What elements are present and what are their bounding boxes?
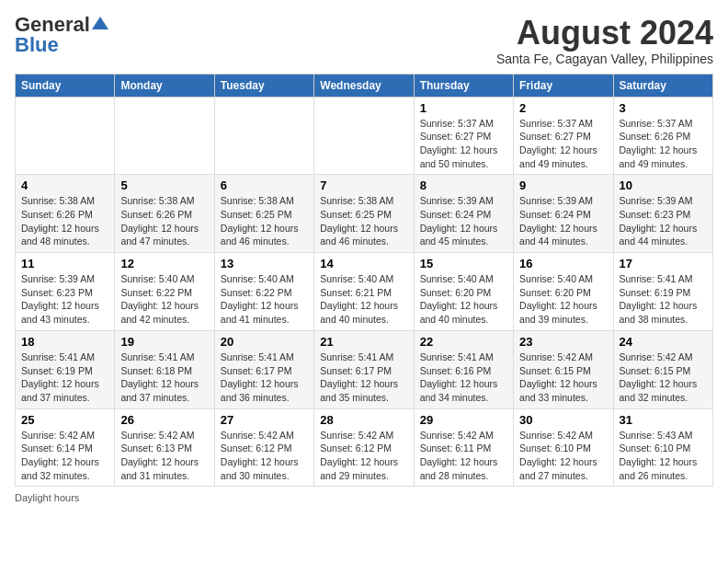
day-number: 23 <box>519 335 607 349</box>
day-info: Sunrise: 5:41 AM Sunset: 6:19 PM Dayligh… <box>21 350 108 405</box>
header-cell-saturday: Saturday <box>613 74 712 97</box>
header-cell-thursday: Thursday <box>414 74 513 97</box>
day-number: 1 <box>420 101 507 115</box>
day-number: 18 <box>21 335 108 349</box>
day-cell: 8Sunrise: 5:39 AM Sunset: 6:24 PM Daylig… <box>414 175 513 253</box>
day-number: 28 <box>320 413 407 427</box>
day-cell: 16Sunrise: 5:40 AM Sunset: 6:20 PM Dayli… <box>514 253 613 331</box>
day-number: 2 <box>519 101 607 115</box>
day-info: Sunrise: 5:40 AM Sunset: 6:22 PM Dayligh… <box>221 272 308 327</box>
day-number: 10 <box>620 178 707 192</box>
day-cell: 22Sunrise: 5:41 AM Sunset: 6:16 PM Dayli… <box>414 330 513 408</box>
day-number: 16 <box>519 257 607 270</box>
logo: General Blue <box>15 15 108 55</box>
day-cell: 7Sunrise: 5:38 AM Sunset: 6:25 PM Daylig… <box>314 175 414 253</box>
day-info: Sunrise: 5:40 AM Sunset: 6:20 PM Dayligh… <box>519 272 607 327</box>
day-info: Sunrise: 5:39 AM Sunset: 6:24 PM Dayligh… <box>519 194 607 248</box>
day-number: 9 <box>519 178 607 192</box>
day-number: 29 <box>420 413 507 427</box>
day-number: 21 <box>320 335 407 349</box>
week-row-3: 11Sunrise: 5:39 AM Sunset: 6:23 PM Dayli… <box>16 253 713 331</box>
day-cell: 26Sunrise: 5:42 AM Sunset: 6:13 PM Dayli… <box>115 408 214 487</box>
day-info: Sunrise: 5:42 AM Sunset: 6:12 PM Dayligh… <box>320 429 407 483</box>
page-header: General Blue August 2024 Santa Fe, Cagay… <box>15 15 713 66</box>
day-cell: 13Sunrise: 5:40 AM Sunset: 6:22 PM Dayli… <box>214 253 313 331</box>
day-cell: 9Sunrise: 5:39 AM Sunset: 6:24 PM Daylig… <box>514 175 613 253</box>
week-row-1: 1Sunrise: 5:37 AM Sunset: 6:27 PM Daylig… <box>16 97 713 175</box>
day-info: Sunrise: 5:39 AM Sunset: 6:23 PM Dayligh… <box>620 194 707 248</box>
header-cell-tuesday: Tuesday <box>214 74 313 97</box>
day-cell: 11Sunrise: 5:39 AM Sunset: 6:23 PM Dayli… <box>16 253 115 331</box>
day-cell: 27Sunrise: 5:42 AM Sunset: 6:12 PM Dayli… <box>214 408 313 487</box>
day-number: 3 <box>620 101 707 115</box>
day-cell: 25Sunrise: 5:42 AM Sunset: 6:14 PM Dayli… <box>16 408 115 487</box>
week-row-4: 18Sunrise: 5:41 AM Sunset: 6:19 PM Dayli… <box>16 330 713 408</box>
header-row: SundayMondayTuesdayWednesdayThursdayFrid… <box>16 74 713 97</box>
day-number: 8 <box>420 178 507 192</box>
week-row-5: 25Sunrise: 5:42 AM Sunset: 6:14 PM Dayli… <box>16 408 713 487</box>
day-info: Sunrise: 5:38 AM Sunset: 6:25 PM Dayligh… <box>221 194 308 248</box>
day-info: Sunrise: 5:38 AM Sunset: 6:26 PM Dayligh… <box>120 194 208 248</box>
day-cell: 19Sunrise: 5:41 AM Sunset: 6:18 PM Dayli… <box>115 330 214 408</box>
day-number: 11 <box>21 257 108 270</box>
day-number: 17 <box>620 257 707 270</box>
day-cell: 28Sunrise: 5:42 AM Sunset: 6:12 PM Dayli… <box>314 408 414 487</box>
title-block: August 2024 Santa Fe, Cagayan Valley, Ph… <box>496 15 713 66</box>
day-info: Sunrise: 5:39 AM Sunset: 6:23 PM Dayligh… <box>21 272 108 327</box>
day-cell <box>314 97 414 175</box>
day-info: Sunrise: 5:37 AM Sunset: 6:26 PM Dayligh… <box>620 117 707 171</box>
day-cell: 31Sunrise: 5:43 AM Sunset: 6:10 PM Dayli… <box>613 408 712 487</box>
day-info: Sunrise: 5:42 AM Sunset: 6:11 PM Dayligh… <box>420 429 507 483</box>
day-cell: 14Sunrise: 5:40 AM Sunset: 6:21 PM Dayli… <box>314 253 414 331</box>
day-info: Sunrise: 5:37 AM Sunset: 6:27 PM Dayligh… <box>420 117 507 171</box>
calendar-header: SundayMondayTuesdayWednesdayThursdayFrid… <box>16 74 713 97</box>
day-number: 20 <box>221 335 308 349</box>
day-info: Sunrise: 5:37 AM Sunset: 6:27 PM Dayligh… <box>519 117 607 171</box>
day-number: 25 <box>21 413 108 427</box>
day-number: 5 <box>120 178 208 192</box>
day-number: 22 <box>420 335 507 349</box>
day-info: Sunrise: 5:38 AM Sunset: 6:26 PM Dayligh… <box>21 194 108 248</box>
day-cell: 6Sunrise: 5:38 AM Sunset: 6:25 PM Daylig… <box>214 175 313 253</box>
day-number: 12 <box>120 257 208 270</box>
day-info: Sunrise: 5:42 AM Sunset: 6:10 PM Dayligh… <box>519 429 607 483</box>
day-number: 6 <box>221 178 308 192</box>
day-cell: 5Sunrise: 5:38 AM Sunset: 6:26 PM Daylig… <box>115 175 214 253</box>
logo-blue-text: Blue <box>15 33 59 56</box>
svg-marker-0 <box>92 17 108 29</box>
day-cell: 29Sunrise: 5:42 AM Sunset: 6:11 PM Dayli… <box>414 408 513 487</box>
day-number: 19 <box>120 335 208 349</box>
day-cell: 3Sunrise: 5:37 AM Sunset: 6:26 PM Daylig… <box>613 97 712 175</box>
logo-general-text: General <box>15 15 90 35</box>
day-cell: 21Sunrise: 5:41 AM Sunset: 6:17 PM Dayli… <box>314 330 414 408</box>
day-number: 26 <box>120 413 208 427</box>
day-number: 14 <box>320 257 407 270</box>
day-number: 27 <box>221 413 308 427</box>
day-cell: 20Sunrise: 5:41 AM Sunset: 6:17 PM Dayli… <box>214 330 313 408</box>
day-number: 24 <box>620 335 707 349</box>
day-info: Sunrise: 5:43 AM Sunset: 6:10 PM Dayligh… <box>620 429 707 483</box>
calendar-body: 1Sunrise: 5:37 AM Sunset: 6:27 PM Daylig… <box>16 97 713 487</box>
day-info: Sunrise: 5:41 AM Sunset: 6:19 PM Dayligh… <box>620 272 707 327</box>
month-title: August 2024 <box>496 15 713 52</box>
day-info: Sunrise: 5:41 AM Sunset: 6:18 PM Dayligh… <box>120 350 208 405</box>
day-info: Sunrise: 5:40 AM Sunset: 6:22 PM Dayligh… <box>120 272 208 327</box>
footer: Daylight hours <box>15 492 713 503</box>
day-number: 4 <box>21 178 108 192</box>
header-cell-wednesday: Wednesday <box>314 74 414 97</box>
day-info: Sunrise: 5:39 AM Sunset: 6:24 PM Dayligh… <box>420 194 507 248</box>
day-info: Sunrise: 5:42 AM Sunset: 6:13 PM Dayligh… <box>120 429 208 483</box>
day-cell <box>16 97 115 175</box>
day-cell: 24Sunrise: 5:42 AM Sunset: 6:15 PM Dayli… <box>613 330 712 408</box>
day-number: 7 <box>320 178 407 192</box>
day-info: Sunrise: 5:40 AM Sunset: 6:21 PM Dayligh… <box>320 272 407 327</box>
day-cell: 18Sunrise: 5:41 AM Sunset: 6:19 PM Dayli… <box>16 330 115 408</box>
day-cell: 10Sunrise: 5:39 AM Sunset: 6:23 PM Dayli… <box>613 175 712 253</box>
day-cell <box>115 97 214 175</box>
day-info: Sunrise: 5:41 AM Sunset: 6:16 PM Dayligh… <box>420 350 507 405</box>
day-number: 30 <box>519 413 607 427</box>
header-cell-friday: Friday <box>514 74 613 97</box>
calendar-table: SundayMondayTuesdayWednesdayThursdayFrid… <box>15 74 713 488</box>
day-cell <box>214 97 313 175</box>
day-number: 13 <box>221 257 308 270</box>
